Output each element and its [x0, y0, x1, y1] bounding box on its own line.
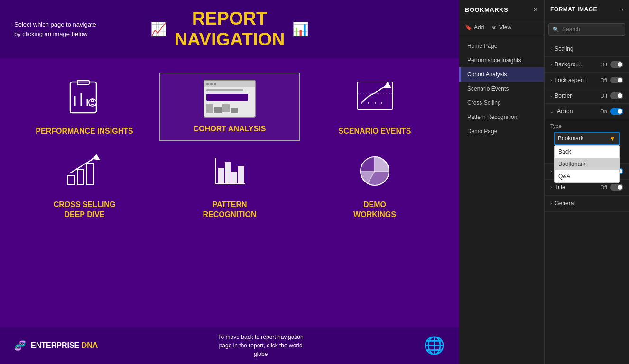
chart-icon-right: 📊	[292, 21, 309, 37]
action-chevron-icon: ⌄	[550, 109, 554, 114]
dropdown-options-list: Back Boo|kmark Q&A	[554, 145, 620, 183]
lock-aspect-status: Off	[601, 77, 607, 83]
right-panels: BOOKMARKS ✕ 🔖 Add 👁 View Home Page Perfo…	[459, 0, 629, 364]
format-section-lock-aspect: › Lock aspect Off	[545, 73, 629, 88]
header-center: 📈 REPORT NAVIGATION 📊	[150, 9, 309, 50]
title-label: Title	[555, 184, 565, 191]
type-dropdown[interactable]: Bookmark ▼	[554, 132, 620, 145]
title-status: Off	[601, 184, 607, 190]
nav-item-pattern-recognition[interactable]: PATTERN RECOGNITION	[159, 146, 300, 225]
nav-label-cohort-analysis: COHORT ANALYSIS	[194, 124, 266, 134]
lock-aspect-label: Lock aspect	[555, 77, 585, 83]
svg-rect-0	[70, 82, 96, 113]
bookmarks-list: Home Page Performance Insights Cohort An…	[459, 36, 544, 141]
report-title: REPORT NAVIGATION	[175, 9, 285, 50]
footer-brand: 🧬 ENTERPRISE DNA	[14, 340, 98, 351]
border-section-header[interactable]: › Border Off	[545, 88, 629, 103]
svg-rect-24	[239, 166, 243, 184]
svg-marker-8	[385, 82, 390, 87]
scaling-chevron-icon: ›	[550, 46, 552, 52]
title-toggle[interactable]	[610, 184, 623, 191]
header-instruction: Select which page to navigate by clickin…	[14, 20, 100, 38]
general-section-header[interactable]: › General	[545, 196, 629, 211]
format-section-border: › Border Off	[545, 88, 629, 104]
bookmark-item-pattern-recognition[interactable]: Pattern Recognition	[459, 110, 544, 124]
lock-aspect-section-header[interactable]: › Lock aspect Off	[545, 73, 629, 88]
visual-header-chevron-icon: ›	[550, 169, 552, 174]
nav-item-scenario-events[interactable]: SCENARIO EVENTS	[305, 73, 445, 141]
nav-label-cross-selling: CROSS SELLING DEEP DIVE	[54, 200, 116, 220]
format-search-input[interactable]	[562, 26, 621, 33]
nav-item-cross-selling[interactable]: CROSS SELLING DEEP DIVE	[14, 146, 155, 225]
scenario-events-icon	[351, 77, 398, 120]
format-sections: › Scaling › Backgrou... Off	[545, 39, 629, 364]
border-status: Off	[601, 93, 607, 99]
type-label: Type	[550, 123, 623, 129]
svg-rect-22	[225, 163, 230, 184]
bookmark-item-cross-selling[interactable]: Cross Selling	[459, 96, 544, 110]
close-bookmarks-button[interactable]: ✕	[533, 6, 538, 13]
pattern-recognition-icon	[206, 151, 253, 193]
type-dropdown-container: Bookmark ▼ Back Boo|kmark Q&A	[554, 132, 620, 145]
border-chevron-icon: ›	[550, 93, 552, 99]
svg-rect-21	[219, 168, 223, 184]
background-toggle[interactable]	[610, 61, 623, 68]
globe-icon[interactable]: 🌐	[424, 336, 445, 355]
action-section-header[interactable]: ⌄ Action On	[545, 104, 629, 119]
nav-item-cohort-analysis[interactable]: COHORT ANALYSIS	[159, 73, 300, 141]
format-search-box[interactable]: 🔍	[548, 23, 625, 36]
format-panel-header: FORMAT IMAGE ›	[545, 0, 629, 19]
nav-label-performance-insights: PERFORMANCE INSIGHTS	[36, 127, 133, 136]
dropdown-selected-value: Bookmark	[558, 135, 583, 142]
format-section-action: ⌄ Action On Type Bookmark	[545, 104, 629, 164]
demo-workings-icon	[351, 151, 398, 193]
bookmarks-actions: 🔖 Add 👁 View	[459, 19, 544, 36]
action-status: On	[600, 109, 607, 114]
bookmark-item-home-page[interactable]: Home Page	[459, 39, 544, 53]
nav-item-demo-workings[interactable]: DEMO WORKINGS	[305, 146, 445, 225]
bookmark-item-performance-insights[interactable]: Performance Insights	[459, 53, 544, 67]
footer-note: To move back to report navigation page i…	[213, 333, 308, 358]
bookmarks-title: BOOKMARKS	[465, 6, 508, 13]
nav-label-pattern-recognition: PATTERN RECOGNITION	[203, 200, 257, 220]
chart-icon-left: 📈	[150, 21, 167, 37]
format-image-panel: FORMAT IMAGE › 🔍 › Scaling	[545, 0, 629, 364]
title-chevron-icon: ›	[550, 185, 552, 190]
general-chevron-icon: ›	[550, 201, 552, 206]
border-toggle[interactable]	[610, 92, 623, 99]
svg-rect-15	[77, 170, 84, 184]
background-label: Backgrou...	[555, 61, 583, 68]
nav-label-demo-workings: DEMO WORKINGS	[353, 200, 396, 220]
bookmark-view-button[interactable]: 👁 View	[491, 24, 511, 31]
dropdown-arrow-icon: ▼	[609, 135, 616, 142]
dropdown-option-qa[interactable]: Q&A	[555, 170, 619, 182]
bookmark-item-scenario-events[interactable]: Scenario Events	[459, 82, 544, 96]
background-section-header[interactable]: › Backgrou... Off	[545, 57, 629, 72]
scaling-label: Scaling	[555, 46, 573, 52]
report-header: Select which page to navigate by clickin…	[0, 0, 459, 58]
lock-aspect-toggle[interactable]	[610, 77, 623, 83]
action-expanded-content: Type Bookmark ▼ Back Boo|kmark Q&A Rever…	[545, 119, 629, 163]
scaling-section-header[interactable]: › Scaling	[545, 41, 629, 56]
background-status: Off	[601, 62, 607, 67]
search-icon: 🔍	[553, 27, 559, 33]
format-section-general: › General	[545, 196, 629, 212]
bookmarks-panel-header: BOOKMARKS ✕	[459, 0, 544, 19]
bookmark-item-demo-page[interactable]: Demo Page	[459, 124, 544, 138]
bookmarks-panel: BOOKMARKS ✕ 🔖 Add 👁 View Home Page Perfo…	[459, 0, 545, 364]
bookmark-add-button[interactable]: 🔖 Add	[465, 24, 484, 31]
svg-marker-18	[93, 155, 99, 160]
action-label: Action	[557, 108, 573, 115]
view-icon: 👁	[491, 24, 497, 31]
bookmark-item-cohort-analysis[interactable]: Cohort Analysis	[459, 67, 544, 82]
action-toggle[interactable]	[610, 108, 623, 115]
nav-item-performance-insights[interactable]: PERFORMANCE INSIGHTS	[14, 73, 155, 141]
nav-label-scenario-events: SCENARIO EVENTS	[339, 127, 411, 136]
svg-rect-14	[68, 176, 74, 184]
main-canvas: Select which page to navigate by clickin…	[0, 0, 459, 364]
dropdown-option-bookmark[interactable]: Boo|kmark	[555, 158, 619, 170]
general-label: General	[555, 200, 575, 207]
dropdown-option-back[interactable]: Back	[555, 146, 619, 158]
lock-aspect-chevron-icon: ›	[550, 78, 552, 83]
format-panel-close-button[interactable]: ›	[621, 6, 623, 13]
